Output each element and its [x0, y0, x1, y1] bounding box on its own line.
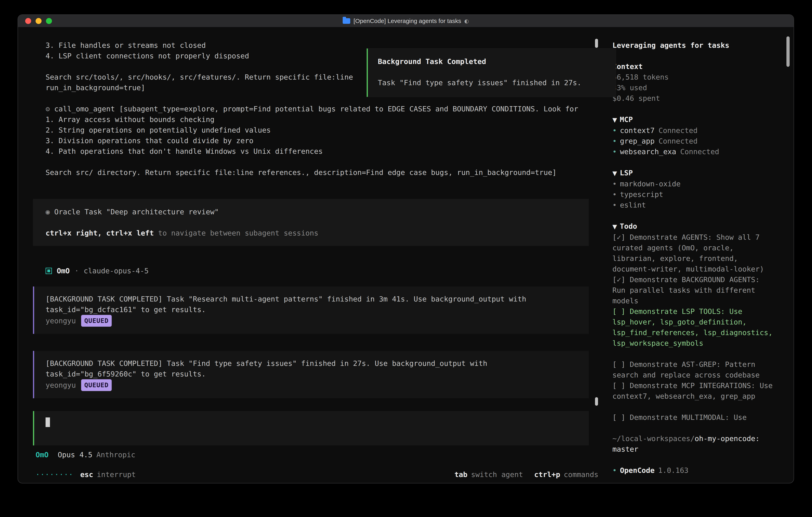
context-tokens: 66,518 tokens	[612, 72, 783, 82]
oracle-task-title: Oracle Task "Deep architecture review"	[54, 208, 219, 216]
workspace-path: ~/local-workspaces/oh-my-opencode: maste…	[612, 433, 774, 455]
toast-body: Task "Find type safety issues" finished …	[378, 77, 616, 88]
checkbox-empty-icon: [ ]	[612, 381, 626, 390]
status-bar: ········ esc interrupt tab switch agent …	[35, 469, 599, 480]
bullet-icon: •	[612, 137, 617, 145]
titlebar[interactable]: [OpenCode] Leveraging agents for tasks ◐	[18, 15, 793, 27]
separator-dot: ·	[75, 266, 79, 276]
todo-item: [✓] Demonstrate AGENTS: Show all 7 curat…	[612, 232, 774, 274]
tool-call-tail: Search src/ directory. Return specific f…	[46, 167, 612, 178]
oracle-task-title-line: ◉ Oracle Task "Deep architecture review"	[46, 207, 589, 217]
esc-key-label: interrupt	[97, 469, 136, 480]
provider-label: Anthropic	[96, 450, 135, 460]
active-model-label: Opus 4.5	[58, 450, 92, 460]
message-author: yeongyu	[46, 316, 76, 326]
message-text-line: [BACKGROUND TASK COMPLETED] Task "Find t…	[46, 358, 589, 369]
checkbox-checked-icon: [✓]	[612, 233, 626, 241]
session-sidebar: Leveraging agents for tasks Context 66,5…	[612, 27, 793, 483]
sidebar-scrollbar-thumb[interactable]	[786, 36, 790, 67]
hint-keys: ctrl+x right, ctrl+x left	[46, 229, 154, 237]
todo-item: [ ] Demonstrate MCP INTEGRATIONS: Use co…	[612, 380, 774, 402]
checkbox-checked-icon: [✓]	[612, 275, 626, 284]
queued-badge: QUEUED	[81, 379, 112, 391]
esc-key-hint: esc	[80, 469, 93, 480]
oracle-task-panel: ◉ Oracle Task "Deep architecture review"…	[33, 199, 589, 246]
lsp-section-heading[interactable]: ▼LSP	[612, 167, 783, 179]
tool-call-item: 1. Array access without bounds checking	[46, 114, 612, 125]
message-text-line: [BACKGROUND TASK COMPLETED] Task "Resear…	[46, 294, 589, 304]
agent-name: OmO	[57, 266, 70, 276]
todo-item-current: [ ] Demonstrate LSP TOOLS: Use lsp_hover…	[612, 306, 774, 349]
agent-header: OmO · claude-opus-4-5	[46, 266, 612, 276]
tool-call-line: ⚙ call_omo_agent [subagent_type=explore,…	[46, 104, 612, 114]
tool-call-item: 4. Path operations that don't handle Win…	[46, 146, 612, 157]
prompt-input[interactable]	[33, 411, 589, 445]
window-controls	[25, 18, 52, 24]
agent-model: claude-opus-4-5	[84, 266, 149, 276]
text-cursor	[46, 417, 50, 427]
app-window: [OpenCode] Leveraging agents for tasks ◐…	[18, 15, 794, 483]
hint-text: to navigate between subagent sessions	[154, 229, 318, 237]
checkbox-empty-icon: [ ]	[612, 360, 626, 369]
subagent-nav-hint: ctrl+x right, ctrl+x left to navigate be…	[46, 228, 589, 238]
lsp-item: •typescript	[612, 189, 783, 200]
mcp-item: •websearch_exaConnected	[612, 146, 783, 157]
input-footer: OmO Opus 4.5 Anthropic	[35, 450, 612, 460]
chevron-down-icon: ▼	[612, 223, 617, 230]
tab-key-hint: tab	[454, 469, 467, 480]
queued-badge: QUEUED	[81, 315, 112, 327]
ctrlp-key-hint: ctrl+p	[534, 469, 560, 480]
tool-call-item: 3. Division operations that could divide…	[46, 135, 612, 146]
checkbox-empty-icon: [ ]	[612, 307, 626, 316]
checkbox-empty-icon: [ ]	[612, 413, 626, 421]
context-spent: $0.46 spent	[612, 93, 783, 104]
main-scrollbar-thumb[interactable]	[595, 39, 598, 48]
main-terminal: 3. File handles or streams not closed 4.…	[18, 27, 612, 483]
mcp-item: •context7Connected	[612, 125, 783, 136]
agent-checkbox-icon	[46, 268, 52, 274]
zoom-button[interactable]	[46, 18, 52, 24]
context-heading: Context	[612, 61, 783, 72]
spinner-dots-icon: ········	[35, 469, 73, 480]
message-author: yeongyu	[46, 380, 76, 390]
bullet-icon: •	[612, 201, 617, 209]
active-agent-label: OmO	[35, 450, 49, 460]
bullet-icon: •	[612, 147, 617, 156]
record-circle-icon: ◉	[46, 208, 50, 216]
branch-name: master	[612, 445, 638, 453]
tool-call-item: 2. String operations on potentially unde…	[46, 125, 612, 135]
bullet-icon: •	[612, 466, 617, 474]
chevron-down-icon: ▼	[612, 116, 617, 124]
toast-title: Background Task Completed	[378, 56, 616, 67]
todo-section-heading[interactable]: ▼Todo	[612, 221, 783, 232]
message-text-line: task_id="bg_6f59260c" to get results.	[46, 369, 589, 379]
lsp-item: •markdown-oxide	[612, 179, 783, 189]
background-task-toast: Background Task Completed Task "Find typ…	[367, 48, 616, 97]
gear-icon: ⚙	[46, 105, 50, 113]
session-title: Leveraging agents for tasks	[612, 40, 783, 51]
half-moon-icon: ◐	[464, 18, 469, 24]
main-scrollbar-thumb[interactable]	[595, 397, 598, 406]
chevron-down-icon: ▼	[612, 170, 617, 177]
background-task-message: [BACKGROUND TASK COMPLETED] Task "Find t…	[33, 351, 589, 398]
context-used: 33% used	[612, 82, 783, 93]
message-text-line: task_id="bg_dcfac161" to get results.	[46, 304, 589, 315]
bullet-icon: •	[612, 180, 617, 188]
lsp-item: •eslint	[612, 200, 783, 210]
tab-key-label: switch agent	[471, 469, 523, 480]
bullet-icon: •	[612, 190, 617, 198]
todo-item: [ ] Demonstrate MULTIMODAL: Use	[612, 412, 774, 423]
window-title-area: [OpenCode] Leveraging agents for tasks ◐	[18, 15, 793, 27]
minimize-button[interactable]	[35, 18, 41, 24]
bullet-icon: •	[612, 126, 617, 135]
mcp-section-heading[interactable]: ▼MCP	[612, 114, 783, 125]
opencode-folder-icon	[343, 18, 350, 24]
todo-item: [✓] Demonstrate BACKGROUND AGENTS: Run p…	[612, 274, 774, 306]
close-button[interactable]	[25, 18, 31, 24]
background-task-message: [BACKGROUND TASK COMPLETED] Task "Resear…	[33, 287, 589, 334]
mcp-item: •grep_appConnected	[612, 136, 783, 146]
todo-item: [ ] Demonstrate AST-GREP: Pattern search…	[612, 359, 774, 380]
app-version: •OpenCode1.0.163	[612, 465, 783, 475]
window-title: [OpenCode] Leveraging agents for tasks	[353, 18, 461, 24]
ctrlp-key-label: commands	[564, 469, 599, 480]
